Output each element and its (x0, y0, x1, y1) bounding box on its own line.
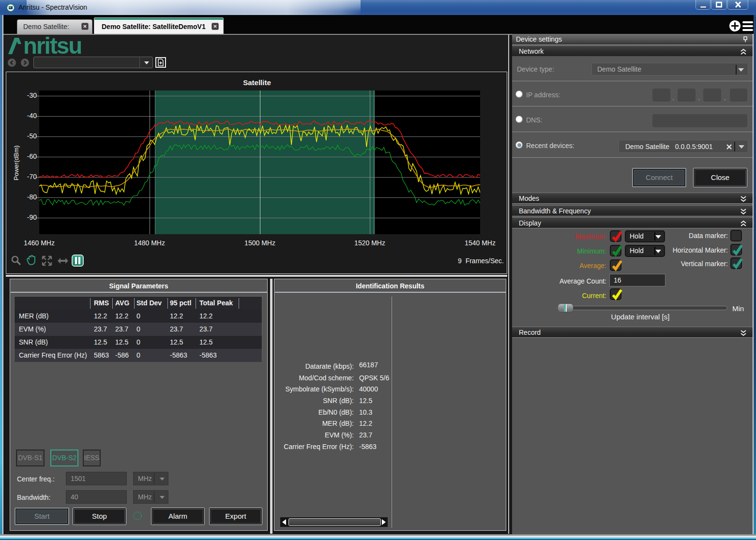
svg-text:nritsu: nritsu (23, 37, 81, 57)
